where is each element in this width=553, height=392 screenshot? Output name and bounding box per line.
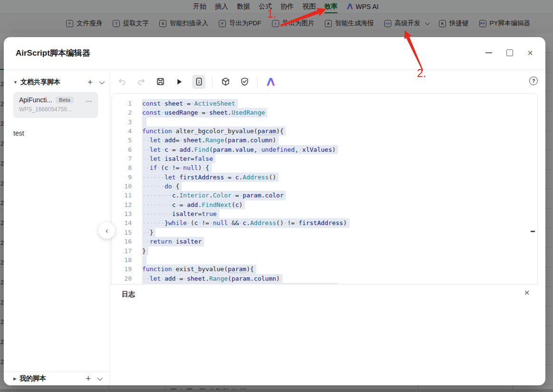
line-number: 11 bbox=[112, 191, 132, 200]
code-line-content: ······let·firstAddress·=·c.Address() bbox=[142, 173, 279, 182]
chevron-down-icon[interactable] bbox=[99, 79, 105, 84]
code-line: 11········c.Interior.Color·=·param.color bbox=[112, 191, 537, 200]
selection-highlight bbox=[142, 255, 146, 265]
line-number: 8 bbox=[112, 163, 132, 172]
script-info-button[interactable] bbox=[192, 75, 205, 89]
script-list-item[interactable]: test bbox=[13, 127, 24, 139]
dialog-title: AirScript脚本编辑器 bbox=[16, 48, 90, 59]
script-sidebar: ▼ 文档共享脚本 + ApiFuncti... Beta ... WPS_166… bbox=[4, 70, 110, 385]
close-icon[interactable]: × bbox=[527, 48, 533, 58]
code-line-content: ··let·add=·sheet.Range(param.column) bbox=[142, 136, 279, 145]
shared-scripts-section-header[interactable]: ▼ 文档共享脚本 + bbox=[13, 76, 105, 88]
line-number: 12 bbox=[112, 200, 132, 209]
code-line: 19function·exist_byvalue(param){ bbox=[112, 265, 537, 274]
line-number: 16 bbox=[112, 237, 132, 246]
code-line: 6··let·c·=·add.Find(param.value,·undefin… bbox=[112, 145, 537, 154]
chevron-down-icon[interactable] bbox=[97, 375, 103, 381]
selection-highlight: ··let·isalter=false bbox=[142, 154, 215, 163]
line-number: 17 bbox=[112, 246, 132, 255]
security-check-button[interactable] bbox=[238, 76, 251, 88]
selection-highlight: const·sheet·=·ActiveSheet bbox=[142, 99, 238, 108]
editor-toolbar: ? bbox=[110, 70, 545, 93]
wps-ai-button[interactable] bbox=[264, 76, 277, 88]
selection-highlight: ······let·firstAddress·=·c.Address() bbox=[142, 173, 279, 182]
maximize-icon[interactable] bbox=[506, 49, 513, 56]
line-number: 2 bbox=[112, 108, 132, 117]
code-line-content: ········isalter=true bbox=[142, 209, 219, 218]
code-line-content: ··let·isalter=false bbox=[142, 154, 215, 163]
code-line-content: ······do·{ bbox=[142, 182, 182, 191]
code-line: 18 bbox=[112, 255, 537, 265]
code-line: 14······}while·(c·!=·null·&&·c.Address()… bbox=[112, 218, 537, 227]
code-line: 2const·usedRange·=·sheet.UsedRange bbox=[112, 108, 537, 117]
code-line: 8··if·(c·!=·null)·{ bbox=[112, 163, 537, 172]
selection-highlight: function·exist_byvalue(param){ bbox=[142, 265, 256, 274]
line-number: 9 bbox=[112, 173, 132, 182]
code-editor[interactable]: 1const·sheet·=·ActiveSheet2const·usedRan… bbox=[111, 93, 538, 284]
script-info-icon bbox=[194, 77, 204, 86]
code-line: 5··let·add=·sheet.Range(param.column) bbox=[112, 136, 537, 145]
selection-highlight: ··let·add=·sheet.Range(param.column) bbox=[142, 136, 279, 145]
code-line-content: ··if·(c·!=·null)·{ bbox=[142, 163, 212, 172]
my-scripts-section-header[interactable]: ▶ 我的脚本 + bbox=[4, 372, 110, 385]
script-list-item-selected[interactable]: ApiFuncti... Beta ... WPS_1666054759... bbox=[13, 92, 98, 118]
help-button[interactable]: ? bbox=[529, 77, 538, 85]
code-line-content: const·usedRange·=·sheet.UsedRange bbox=[142, 108, 267, 117]
code-line-content bbox=[142, 255, 146, 265]
selection-highlight: ··} bbox=[142, 228, 155, 237]
log-panel: 日志 × bbox=[110, 284, 545, 385]
code-line: 3 bbox=[112, 118, 537, 127]
selection-highlight: ······}while·(c·!=·null·&&·c.Address()·!… bbox=[142, 218, 349, 227]
undo-button[interactable] bbox=[116, 76, 128, 88]
script-subtitle: WPS_1666054759... bbox=[19, 106, 92, 113]
selection-highlight: function·alter_bgcolor_byvalue(param){ bbox=[142, 127, 286, 136]
redo-icon bbox=[137, 78, 146, 86]
save-button[interactable] bbox=[154, 76, 166, 88]
close-icon[interactable]: × bbox=[524, 287, 530, 298]
code-line: 9······let·firstAddress·=·c.Address() bbox=[112, 173, 537, 182]
code-line: 4function·alter_bgcolor_byvalue(param){ bbox=[112, 127, 537, 136]
beta-badge: Beta bbox=[56, 97, 74, 103]
line-number: 20 bbox=[112, 274, 132, 283]
editor-scrollbar-thumb[interactable] bbox=[531, 231, 535, 232]
line-number: 5 bbox=[112, 136, 132, 145]
shield-check-icon bbox=[240, 77, 249, 86]
code-line: 15··} bbox=[112, 228, 537, 237]
add-script-icon[interactable]: + bbox=[87, 78, 93, 87]
selection-highlight: ··let·add·=·sheet.Range(param.column) bbox=[142, 274, 282, 283]
selection-highlight: ··if·(c·!=·null)·{ bbox=[142, 163, 212, 172]
package-button[interactable] bbox=[219, 76, 232, 88]
collapse-triangle-icon: ▼ bbox=[13, 80, 18, 85]
code-line-content: const·sheet·=·ActiveSheet bbox=[142, 99, 238, 108]
code-line: 10······do·{ bbox=[112, 182, 537, 191]
dialog-header: AirScript脚本编辑器 × bbox=[4, 37, 545, 70]
code-line-content: ··let·c·=·add.Find(param.value,·undefine… bbox=[142, 145, 338, 154]
toolbar-separator bbox=[257, 77, 258, 87]
code-line-content: ··let·add·=·sheet.Range(param.column) bbox=[142, 274, 282, 283]
undo-icon bbox=[118, 78, 126, 86]
code-line-content: function·alter_bgcolor_byvalue(param){ bbox=[142, 127, 286, 136]
my-scripts-label: 我的脚本 bbox=[19, 374, 83, 383]
line-number: 10 bbox=[112, 182, 132, 191]
airscript-editor-dialog: AirScript脚本编辑器 × ▼ 文档共享脚本 + ApiFuncti...… bbox=[4, 37, 545, 385]
minimize-icon[interactable] bbox=[485, 52, 492, 53]
redo-button[interactable] bbox=[135, 76, 147, 88]
run-button[interactable] bbox=[173, 76, 185, 88]
line-number: 1 bbox=[112, 99, 132, 108]
code-line-content: ······}while·(c·!=·null·&&·c.Address()·!… bbox=[142, 218, 349, 227]
selection-highlight: ··return·isalter bbox=[142, 237, 204, 246]
script-name: ApiFuncti... bbox=[19, 96, 52, 104]
code-line-content: ········c.Interior.Color·=·param.color bbox=[142, 191, 286, 200]
code-line-content: } bbox=[142, 246, 148, 255]
selection-highlight: ········c·=·add.FindNext(c) bbox=[142, 200, 245, 209]
code-line-content: ··return·isalter bbox=[142, 237, 204, 246]
code-line-content: ··} bbox=[142, 228, 155, 237]
more-options-icon[interactable]: ... bbox=[86, 97, 92, 103]
add-script-icon[interactable]: + bbox=[86, 374, 91, 383]
sidebar-collapse-button[interactable]: ‹ bbox=[98, 222, 115, 239]
window-controls: × bbox=[485, 48, 533, 58]
editor-main-area: ? 1const·sheet·=·ActiveSheet2const·usedR… bbox=[110, 70, 545, 385]
line-number: 18 bbox=[112, 255, 132, 265]
line-number: 13 bbox=[112, 209, 132, 218]
code-line: 20··let·add·=·sheet.Range(param.column) bbox=[112, 274, 537, 283]
